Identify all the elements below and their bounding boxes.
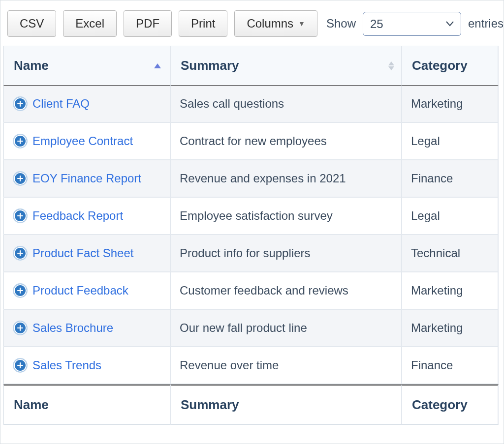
column-header-name[interactable]: Name <box>3 46 171 86</box>
expand-row-button[interactable] <box>13 96 28 111</box>
cell-category: Finance <box>402 160 499 198</box>
row-name-link[interactable]: Feedback Report <box>32 209 123 223</box>
cell-category: Finance <box>402 347 499 385</box>
column-header-summary-label: Summary <box>181 58 239 73</box>
data-table: Name Summary Category Client FAQSales ca… <box>3 46 499 425</box>
cell-summary: Revenue and expenses in 2021 <box>171 160 402 198</box>
plus-icon <box>17 362 24 369</box>
expand-row-button[interactable] <box>13 171 28 186</box>
cell-name: Sales Trends <box>3 347 171 385</box>
expand-row-button[interactable] <box>13 208 28 223</box>
show-label: Show <box>326 17 356 30</box>
row-name-link[interactable]: Product Fact Sheet <box>32 246 133 260</box>
table-row: Product FeedbackCustomer feedback and re… <box>3 272 499 310</box>
table-row: Sales TrendsRevenue over timeFinance <box>3 347 499 385</box>
table-row: Sales BrochureOur new fall product lineM… <box>3 310 499 347</box>
columns-button[interactable]: Columns ▼ <box>234 10 317 37</box>
expand-row-button[interactable] <box>13 283 28 298</box>
cell-category: Legal <box>402 198 499 235</box>
toolbar: CSV Excel PDF Print Columns ▼ Show 25 en… <box>3 3 501 46</box>
cell-name: Employee Contract <box>3 123 171 160</box>
cell-name: Product Feedback <box>3 272 171 310</box>
cell-summary: Product info for suppliers <box>171 235 402 272</box>
plus-icon <box>17 250 24 257</box>
cell-name: Sales Brochure <box>3 310 171 347</box>
plus-icon <box>17 287 24 294</box>
cell-summary: Sales call questions <box>171 86 402 123</box>
caret-down-icon: ▼ <box>298 20 305 28</box>
cell-summary: Employee satisfaction survey <box>171 198 402 235</box>
row-name-link[interactable]: Product Feedback <box>32 284 128 297</box>
expand-row-button[interactable] <box>13 358 28 373</box>
expand-row-button[interactable] <box>13 246 28 261</box>
cell-category: Marketing <box>402 86 499 123</box>
footer-summary: Summary <box>171 385 402 425</box>
plus-icon <box>17 212 24 219</box>
expand-row-button[interactable] <box>13 134 28 148</box>
page-size-select[interactable]: 25 <box>363 12 461 36</box>
table-row: Product Fact SheetProduct info for suppl… <box>3 235 499 272</box>
table-header-row: Name Summary Category <box>3 46 499 86</box>
row-name-link[interactable]: Sales Brochure <box>32 321 113 335</box>
cell-category: Marketing <box>402 272 499 310</box>
cell-category: Technical <box>402 235 499 272</box>
plus-icon <box>17 138 24 145</box>
print-button[interactable]: Print <box>179 10 227 37</box>
cell-summary: Our new fall product line <box>171 310 402 347</box>
plus-icon <box>17 100 24 107</box>
cell-summary: Customer feedback and reviews <box>171 272 402 310</box>
cell-summary: Contract for new employees <box>171 123 402 160</box>
page-size-select-wrap: 25 <box>363 12 461 36</box>
table-body: Client FAQSales call questionsMarketingE… <box>3 86 499 385</box>
csv-button[interactable]: CSV <box>7 10 56 37</box>
row-name-link[interactable]: Employee Contract <box>32 134 133 148</box>
row-name-link[interactable]: EOY Finance Report <box>32 172 141 185</box>
footer-category: Category <box>402 385 499 425</box>
column-header-summary[interactable]: Summary <box>171 46 402 86</box>
entries-label: entries <box>468 17 504 30</box>
excel-button[interactable]: Excel <box>63 10 117 37</box>
plus-icon <box>17 325 24 331</box>
columns-button-label: Columns <box>247 17 293 30</box>
footer-name: Name <box>3 385 171 425</box>
table-row: Feedback ReportEmployee satisfaction sur… <box>3 198 499 235</box>
column-header-category[interactable]: Category <box>402 46 499 86</box>
cell-category: Marketing <box>402 310 499 347</box>
plus-icon <box>17 175 24 182</box>
table-row: Employee ContractContract for new employ… <box>3 123 499 160</box>
table-row: EOY Finance ReportRevenue and expenses i… <box>3 160 499 198</box>
row-name-link[interactable]: Client FAQ <box>32 97 90 111</box>
cell-summary: Revenue over time <box>171 347 402 385</box>
row-name-link[interactable]: Sales Trends <box>32 358 101 372</box>
cell-name: Feedback Report <box>3 198 171 235</box>
cell-name: EOY Finance Report <box>3 160 171 198</box>
cell-category: Legal <box>402 123 499 160</box>
sort-icon <box>388 61 394 70</box>
cell-name: Product Fact Sheet <box>3 235 171 272</box>
table-row: Client FAQSales call questionsMarketing <box>3 86 499 123</box>
cell-name: Client FAQ <box>3 86 171 123</box>
expand-row-button[interactable] <box>13 321 28 335</box>
table-footer-row: Name Summary Category <box>3 385 499 425</box>
pdf-button[interactable]: PDF <box>124 10 172 37</box>
datatable-container: CSV Excel PDF Print Columns ▼ Show 25 en… <box>0 0 504 444</box>
